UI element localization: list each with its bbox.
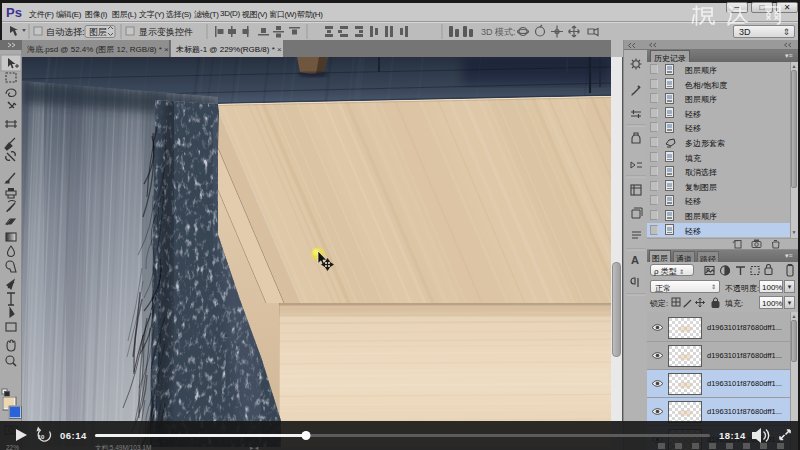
svg-text:A: A — [631, 254, 639, 266]
svg-text:显示变换控件: 显示变换控件 — [138, 27, 193, 37]
svg-text:图层: 图层 — [89, 27, 107, 37]
svg-text:06:14: 06:14 — [60, 430, 87, 441]
svg-text:3D 模式:: 3D 模式: — [481, 27, 516, 37]
svg-text:10: 10 — [38, 434, 45, 440]
svg-text:18:14: 18:14 — [719, 430, 746, 441]
svg-text:自动选择:: 自动选择: — [46, 27, 85, 37]
